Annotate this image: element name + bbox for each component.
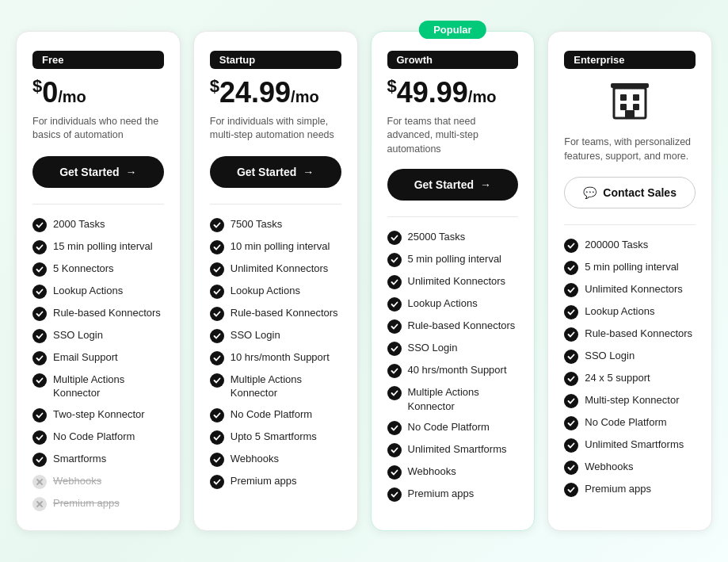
- check-icon: [564, 261, 578, 275]
- feature-item: Rule-based Konnectors: [564, 327, 696, 342]
- feature-text: Rule-based Konnectors: [585, 327, 692, 341]
- check-icon: [387, 443, 402, 457]
- svg-rect-9: [625, 110, 635, 118]
- plan-price-growth: $49.99/mo: [387, 77, 519, 109]
- feature-text: 7500 Tasks: [231, 217, 283, 231]
- cta-button-free[interactable]: Get Started →: [32, 156, 164, 188]
- feature-item: 10 hrs/month Support: [210, 350, 341, 365]
- feature-item: Lookup Actions: [564, 304, 696, 319]
- plan-card-growth: PopularGrowth $49.99/mo For teams that n…: [371, 31, 536, 531]
- feature-text: Upto 5 Smartforms: [231, 430, 317, 444]
- cta-button-enterprise[interactable]: 💬 Contact Sales: [564, 177, 696, 208]
- feature-text: Lookup Actions: [231, 284, 300, 298]
- feature-item: Rule-based Konnectors: [32, 306, 164, 321]
- feature-item: Unlimited Smartforms: [387, 442, 519, 457]
- divider-growth: [387, 216, 519, 217]
- divider-startup: [210, 204, 341, 205]
- features-list-enterprise: 200000 Tasks 5 min polling interval Unli…: [564, 238, 696, 511]
- enterprise-building-icon: [564, 80, 696, 128]
- feature-item: 2000 Tasks: [32, 217, 164, 232]
- feature-item: Unlimited Smartforms: [564, 438, 696, 453]
- feature-item: Email Support: [32, 350, 164, 365]
- feature-text: 2000 Tasks: [53, 217, 105, 231]
- feature-text: No Code Platform: [408, 420, 490, 434]
- plan-card-free: Free $0/mo For individuals who need the …: [16, 31, 181, 531]
- check-icon: [564, 327, 578, 342]
- feature-item: No Code Platform: [564, 415, 696, 430]
- check-icon: [387, 319, 402, 334]
- feature-item: 5 min polling interval: [387, 252, 519, 267]
- feature-text: Rule-based Konnectors: [53, 306, 161, 320]
- feature-text: 25000 Tasks: [408, 230, 466, 244]
- svg-rect-7: [620, 104, 627, 110]
- feature-text: 40 hrs/month Support: [408, 363, 507, 377]
- check-icon: [564, 483, 578, 497]
- check-icon: [32, 329, 47, 343]
- check-icon: [564, 461, 578, 475]
- check-icon: [387, 421, 402, 435]
- feature-text-disabled: Webhooks: [53, 474, 101, 488]
- plan-label-free: Free: [32, 51, 164, 69]
- check-icon: [32, 262, 47, 277]
- feature-item: 200000 Tasks: [564, 238, 696, 253]
- check-icon: [32, 307, 47, 321]
- check-icon: [387, 487, 402, 502]
- check-icon: [210, 453, 224, 467]
- check-icon: [564, 394, 578, 408]
- feature-text: 10 min polling interval: [231, 239, 330, 254]
- feature-text: SSO Login: [408, 341, 458, 355]
- plan-label-startup: Startup: [210, 51, 341, 69]
- feature-item: Premium apps: [387, 487, 519, 502]
- feature-text: 10 hrs/month Support: [231, 350, 330, 365]
- check-icon: [32, 240, 47, 254]
- feature-item: 10 min polling interval: [210, 239, 341, 254]
- plan-label-enterprise: Enterprise: [564, 51, 696, 69]
- feature-item: Premium apps: [564, 482, 696, 497]
- feature-item: Rule-based Konnectors: [210, 306, 341, 321]
- feature-item: No Code Platform: [387, 420, 519, 435]
- feature-text: Unlimited Smartforms: [585, 438, 684, 452]
- check-icon: [210, 218, 224, 232]
- arrow-icon: →: [126, 166, 137, 178]
- feature-text: Premium apps: [585, 482, 651, 496]
- feature-text: Multiple Actions Konnector: [408, 385, 519, 413]
- check-icon: [387, 231, 402, 245]
- check-icon: [387, 364, 402, 378]
- cta-button-startup[interactable]: Get Started →: [210, 156, 341, 188]
- feature-item: SSO Login: [32, 328, 164, 343]
- plan-desc-growth: For teams that need advanced, multi-step…: [387, 115, 519, 157]
- check-icon: [32, 285, 47, 299]
- feature-text: Unlimited Konnectors: [408, 274, 506, 289]
- arrow-icon: →: [480, 178, 491, 191]
- plan-price-startup: $24.99/mo: [210, 77, 341, 109]
- feature-text: 200000 Tasks: [585, 238, 648, 252]
- feature-item: Multi-step Konnector: [564, 393, 696, 408]
- feature-text: Smartforms: [53, 452, 106, 466]
- check-icon: [210, 475, 224, 489]
- check-icon: [210, 240, 224, 254]
- feature-text: Lookup Actions: [53, 284, 123, 298]
- check-icon: [210, 307, 224, 321]
- plan-card-enterprise: Enterprise For teams, with personalized …: [547, 31, 712, 531]
- feature-item: 5 Konnectors: [32, 262, 164, 277]
- divider-enterprise: [564, 224, 696, 225]
- feature-item: No Code Platform: [32, 430, 164, 445]
- feature-text: Webhooks: [585, 460, 633, 474]
- check-icon: [387, 253, 402, 267]
- cta-button-growth[interactable]: Get Started →: [387, 169, 519, 201]
- pricing-container: Free $0/mo For individuals who need the …: [16, 31, 712, 531]
- arrow-icon: →: [303, 166, 314, 178]
- check-icon: [32, 218, 47, 232]
- divider-free: [32, 204, 164, 205]
- feature-item: Webhooks: [387, 465, 519, 480]
- chat-icon: 💬: [583, 186, 597, 199]
- check-icon: [387, 386, 402, 400]
- check-icon: [387, 275, 402, 289]
- check-icon: [210, 285, 224, 299]
- feature-text: Multi-step Konnector: [585, 393, 679, 407]
- popular-badge: Popular: [419, 21, 486, 39]
- feature-item: Premium apps: [210, 474, 341, 489]
- check-icon: [210, 408, 224, 422]
- check-icon: [32, 408, 47, 422]
- plan-card-startup: Startup $24.99/mo For individuals with s…: [193, 31, 358, 531]
